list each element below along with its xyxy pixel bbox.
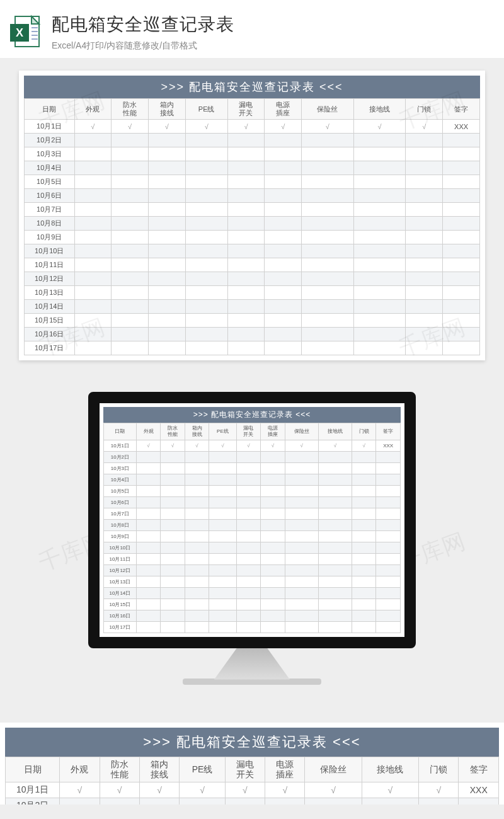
cell-check [227, 244, 265, 258]
cell-check [352, 508, 375, 519]
cell-check: √ [406, 120, 443, 134]
cell-check [353, 147, 406, 161]
cell-check [112, 203, 149, 217]
cell-check: √ [227, 120, 265, 134]
cell-check [406, 272, 443, 286]
sheet-preview-flat: >>> 配电箱安全巡查记录表 <<< 日期外观防水性能箱内接线PE线漏电开关电源… [19, 71, 485, 360]
cell-check [209, 530, 236, 542]
cell-check [261, 451, 285, 462]
cell-check [149, 286, 186, 300]
cell-check [352, 553, 375, 564]
cell-check [149, 231, 186, 244]
cell-check [74, 328, 112, 341]
cell-check [265, 341, 302, 355]
column-header: PE线 [209, 423, 236, 440]
cell-check: √ [305, 782, 362, 798]
cell-check: √ [161, 440, 185, 451]
cell-check [353, 300, 406, 314]
cell-check [261, 564, 285, 576]
cell-check [236, 519, 260, 530]
table-row: 10月7日 [25, 203, 480, 217]
cell-check [362, 798, 418, 805]
cell-check [161, 542, 185, 553]
cell-check [353, 175, 406, 189]
cell-check [136, 462, 160, 474]
cell-check [406, 175, 443, 189]
cell-check: √ [185, 120, 227, 134]
cell-check [261, 542, 285, 553]
cell-check [353, 328, 406, 341]
cell-date: 10月1日 [6, 782, 60, 798]
cell-date: 10月2日 [6, 798, 60, 805]
cell-sign: XXX [376, 440, 401, 451]
cell-check [209, 474, 236, 485]
cell-check [161, 519, 185, 530]
cell-check [318, 496, 352, 508]
table-row: 10月13日 [25, 286, 480, 300]
column-header: PE线 [180, 757, 225, 782]
cell-check [318, 587, 352, 598]
cell-date: 10月16日 [104, 610, 137, 621]
cell-sign [376, 610, 401, 621]
cell-check [236, 621, 260, 633]
cell-sign [376, 587, 401, 598]
cell-check [261, 508, 285, 519]
cell-check [352, 564, 375, 576]
cell-check [318, 451, 352, 462]
cell-sign [443, 189, 480, 203]
cell-check [261, 462, 285, 474]
cell-check [265, 134, 302, 147]
cell-check [302, 300, 354, 314]
cell-check [185, 203, 227, 217]
page-header: X 配电箱安全巡查记录表 Excel/A4打印/内容随意修改/自带格式 [0, 0, 504, 58]
cell-check [302, 272, 354, 286]
cell-check [227, 161, 265, 175]
cell-check [236, 485, 260, 496]
table-row: 10月6日 [25, 189, 480, 203]
cell-check [285, 553, 318, 564]
cell-check [209, 598, 236, 610]
cell-check [353, 189, 406, 203]
cell-check: √ [302, 120, 354, 134]
cell-check [112, 189, 149, 203]
column-header: 防水性能 [161, 423, 185, 440]
cell-check [185, 610, 209, 621]
cell-check [185, 508, 209, 519]
cell-check [265, 203, 302, 217]
cell-check [161, 587, 185, 598]
cell-check [236, 587, 260, 598]
cell-check [74, 134, 112, 147]
cell-sign [376, 496, 401, 508]
cell-check [161, 474, 185, 485]
cell-check [74, 175, 112, 189]
cell-check [265, 217, 302, 231]
cell-check [302, 217, 354, 231]
cell-check [149, 161, 186, 175]
sheet-banner: >>> 配电箱安全巡查记录表 <<< [24, 76, 480, 98]
cell-check [161, 496, 185, 508]
table-row: 10月3日 [25, 147, 480, 161]
cell-check [161, 485, 185, 496]
cell-check [185, 189, 227, 203]
cell-check: √ [352, 440, 375, 451]
cell-check [209, 519, 236, 530]
cell-check [285, 462, 318, 474]
cell-check [318, 485, 352, 496]
column-header: 接地线 [318, 423, 352, 440]
cell-check [209, 496, 236, 508]
cell-check [236, 610, 260, 621]
cell-date: 10月10日 [25, 244, 75, 258]
cell-check [185, 519, 209, 530]
cell-check [302, 314, 354, 328]
cell-check [261, 519, 285, 530]
column-header: 防水性能 [112, 99, 149, 120]
table-row: 10月14日 [25, 300, 480, 314]
cell-check: √ [261, 440, 285, 451]
cell-date: 10月8日 [104, 519, 137, 530]
preview-area: 千库网 千库网 千库网 千库网 千库网 千库网 >>> 配电箱安全巡查记录表 <… [0, 58, 504, 819]
table-row: 10月15日 [25, 314, 480, 328]
cell-check [209, 508, 236, 519]
cell-check: √ [225, 782, 265, 798]
cell-check [112, 341, 149, 355]
cell-check [352, 485, 375, 496]
